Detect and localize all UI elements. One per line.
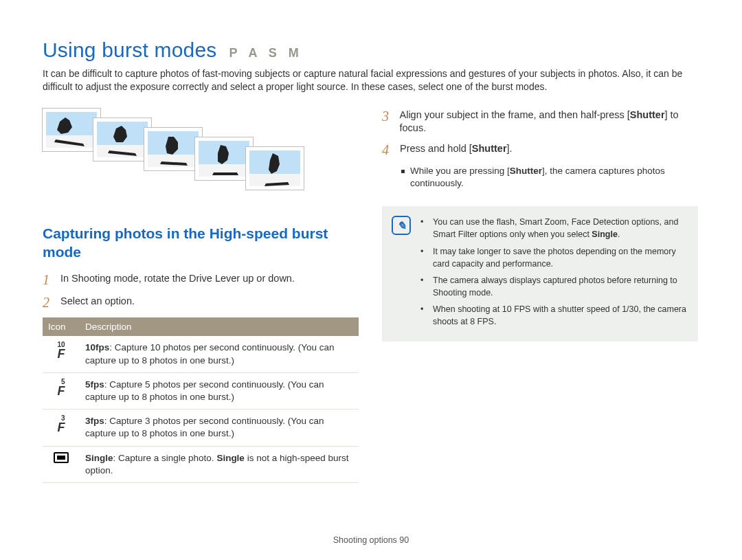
note-item: The camera always displays captured phot… (420, 274, 687, 299)
note-icon: ✎ (392, 216, 411, 235)
th-icon: Icon (43, 317, 80, 336)
step-1: 1 In Shooting mode, rotate the Drive Lev… (43, 272, 359, 288)
thumb-1 (43, 109, 100, 151)
table-row: 5F 5fps: Capture 5 photos per second con… (43, 372, 359, 409)
mode-indicator: P A S M (229, 46, 303, 60)
fps-10-icon: 10F (57, 341, 65, 359)
step-text: Align your subject in the frame, and the… (399, 109, 698, 135)
right-column: 3 Align your subject in the frame, and t… (382, 109, 698, 483)
title-row: Using burst modes P A S M (43, 38, 699, 62)
note-item: When shooting at 10 FPS with a shutter s… (420, 303, 687, 328)
page-footer: Shooting options 90 (0, 535, 742, 545)
fps-3-icon: 3F (58, 415, 65, 433)
note-list: You can use the flash, Smart Zoom, Face … (420, 216, 687, 332)
options-table: Icon Description 10F 10fps: Capture 10 p… (43, 317, 359, 483)
row-description: Single: Capture a single photo. Single i… (80, 446, 359, 482)
step-text: Select an option. (60, 295, 135, 309)
note-item: It may take longer to save the photos de… (420, 245, 687, 270)
th-description: Description (80, 317, 359, 336)
table-row: Single: Capture a single photo. Single i… (43, 446, 359, 482)
note-box: ✎ You can use the flash, Smart Zoom, Fac… (382, 206, 698, 341)
thumb-5 (246, 147, 304, 190)
step-text: Press and hold [Shutter]. (400, 142, 513, 156)
row-description: 5fps: Capture 5 photos per second contin… (80, 372, 359, 409)
step-number: 4 (382, 142, 393, 158)
left-column: Capturing photos in the High-speed burst… (43, 109, 359, 483)
fps-5-icon: 5F (58, 379, 65, 396)
section-subhead: Capturing photos in the High-speed burst… (43, 224, 359, 262)
table-row: 10F 10fps: Capture 10 photos per second … (43, 336, 359, 372)
thumb-4 (195, 137, 253, 180)
row-description: 10fps: Capture 10 photos per second cont… (80, 336, 359, 372)
step-2: 2 Select an option. (43, 295, 359, 311)
table-row: 3F 3fps: Capture 3 photos per second con… (43, 410, 359, 446)
note-item: You can use the flash, Smart Zoom, Face … (420, 216, 687, 240)
step-3: 3 Align your subject in the frame, and t… (382, 109, 698, 135)
step-4-sub: While you are pressing [Shutter], the ca… (401, 165, 698, 190)
page-title: Using burst modes (43, 38, 217, 62)
step-number: 3 (382, 109, 392, 124)
burst-thumbnails (43, 109, 359, 205)
bullet-dot-icon (401, 170, 405, 173)
step-number: 2 (43, 295, 54, 311)
step-number: 1 (43, 272, 54, 288)
step-4: 4 Press and hold [Shutter]. (382, 142, 698, 158)
row-description: 3fps: Capture 3 photos per second contin… (80, 410, 359, 446)
thumb-2 (93, 118, 151, 161)
step-text: In Shooting mode, rotate the Drive Lever… (60, 272, 295, 286)
single-shot-icon (54, 452, 69, 463)
thumb-3 (144, 128, 202, 170)
intro-paragraph: It can be difficult to capture photos of… (43, 67, 699, 93)
